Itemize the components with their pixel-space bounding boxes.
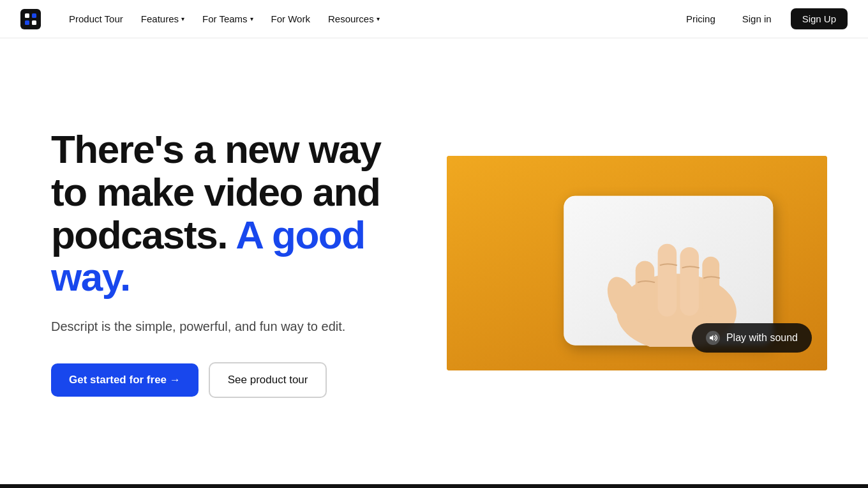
svg-rect-0 (20, 9, 41, 29)
nav-for-teams[interactable]: For Teams ▾ (195, 10, 261, 28)
nav-right: Pricing Sign in Sign Up (678, 8, 848, 29)
nav-product-tour[interactable]: Product Tour (61, 10, 131, 28)
svg-rect-8 (680, 247, 700, 316)
nav-for-work[interactable]: For Work (264, 10, 318, 28)
bottom-bar (0, 484, 868, 488)
get-started-button[interactable]: Get started for free → (51, 363, 198, 397)
play-with-sound-button[interactable]: Play with sound (692, 323, 812, 353)
chevron-down-icon: ▾ (377, 15, 380, 22)
signup-button[interactable]: Sign Up (791, 8, 848, 29)
see-product-tour-button[interactable]: See product tour (209, 362, 327, 398)
nav-pricing[interactable]: Pricing (678, 10, 723, 28)
svg-rect-1 (25, 13, 29, 18)
video-container: Play with sound (447, 156, 827, 370)
navigation: Product Tour Features ▾ For Teams ▾ For … (0, 0, 868, 38)
chevron-down-icon: ▾ (250, 15, 253, 22)
hero-left: There's a new way to make video and podc… (51, 128, 421, 399)
svg-rect-4 (32, 20, 36, 25)
svg-rect-2 (32, 13, 36, 18)
hero-ctas: Get started for free → See product tour (51, 362, 421, 398)
sound-icon (706, 331, 720, 345)
hero-headline: There's a new way to make video and podc… (51, 128, 421, 300)
nav-left: Product Tour Features ▾ For Teams ▾ For … (20, 9, 387, 29)
hero-right: Play with sound (447, 156, 827, 370)
chevron-down-icon: ▾ (181, 15, 184, 22)
hero-subtext: Descript is the simple, powerful, and fu… (51, 317, 357, 337)
logo[interactable] (20, 9, 41, 29)
logo-icon (20, 9, 41, 29)
signin-button[interactable]: Sign in (733, 9, 781, 29)
svg-rect-3 (25, 20, 29, 25)
nav-features[interactable]: Features ▾ (133, 10, 192, 28)
svg-rect-9 (703, 257, 720, 317)
nav-links: Product Tour Features ▾ For Teams ▾ For … (61, 10, 387, 28)
svg-rect-7 (658, 244, 677, 317)
nav-resources[interactable]: Resources ▾ (320, 10, 387, 28)
hero-headline-accent: A good way. (51, 213, 365, 300)
hero-section: There's a new way to make video and podc… (0, 38, 868, 488)
